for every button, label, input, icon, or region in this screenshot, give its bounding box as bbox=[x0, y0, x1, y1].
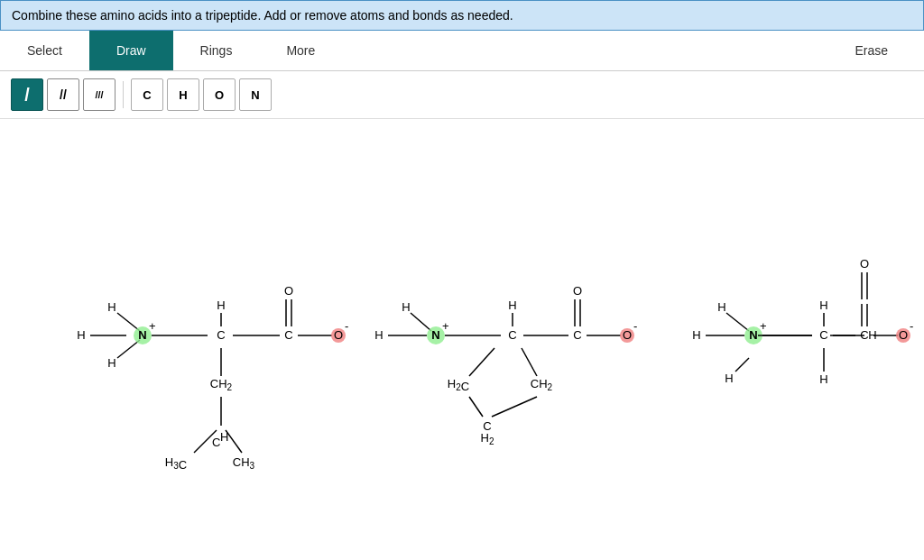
svg-text:H: H bbox=[508, 298, 516, 312]
svg-line-0 bbox=[117, 313, 140, 331]
svg-text:O: O bbox=[860, 257, 869, 271]
svg-text:N: N bbox=[749, 328, 757, 342]
rings-button[interactable]: Rings bbox=[173, 31, 260, 70]
atom-h-button[interactable]: H bbox=[167, 78, 199, 111]
svg-text:H: H bbox=[217, 298, 225, 312]
svg-text:H: H bbox=[107, 356, 116, 370]
svg-line-55 bbox=[469, 397, 483, 417]
instruction-bar: Combine these amino acids into a tripept… bbox=[0, 0, 924, 31]
svg-text:C: C bbox=[508, 328, 516, 342]
svg-text:C: C bbox=[573, 328, 581, 342]
canvas-area[interactable]: H H H N + H C C O O - CH2 bbox=[0, 119, 924, 552]
svg-text:H: H bbox=[77, 328, 85, 342]
svg-text:C: C bbox=[819, 328, 827, 342]
atom-c-button[interactable]: C bbox=[131, 78, 163, 111]
toolbar: Select Draw Rings More Erase bbox=[0, 31, 924, 71]
atom-o-button[interactable]: O bbox=[203, 78, 236, 111]
svg-line-4 bbox=[117, 340, 140, 358]
select-button[interactable]: Select bbox=[0, 31, 89, 70]
svg-text:-: - bbox=[345, 319, 348, 333]
svg-text:H3C: H3C bbox=[165, 455, 187, 472]
svg-text:CH3: CH3 bbox=[233, 455, 255, 471]
svg-text:C: C bbox=[860, 328, 868, 342]
atom-n-button[interactable]: N bbox=[239, 78, 272, 111]
single-bond-button[interactable]: / bbox=[11, 78, 43, 111]
single-bond-icon: / bbox=[24, 85, 30, 106]
molecule-canvas[interactable]: H H H N + H C C O O - CH2 bbox=[0, 119, 924, 552]
draw-button[interactable]: Draw bbox=[89, 31, 173, 70]
double-bond-button[interactable]: // bbox=[47, 78, 79, 111]
svg-text:N: N bbox=[138, 328, 146, 342]
svg-line-59 bbox=[726, 313, 749, 331]
svg-text:H: H bbox=[107, 300, 116, 314]
triple-bond-button[interactable]: /// bbox=[83, 78, 116, 111]
svg-text:+: + bbox=[149, 319, 156, 333]
svg-text:O: O bbox=[284, 284, 293, 298]
svg-text:H: H bbox=[819, 372, 827, 386]
erase-button[interactable]: Erase bbox=[827, 31, 924, 70]
svg-text:+: + bbox=[760, 319, 767, 333]
svg-text:H: H bbox=[725, 372, 733, 385]
svg-text:O: O bbox=[334, 328, 343, 342]
svg-text:CH2: CH2 bbox=[210, 377, 233, 392]
svg-text:H: H bbox=[220, 430, 228, 444]
triple-bond-icon: /// bbox=[95, 89, 103, 100]
svg-text:H: H bbox=[819, 298, 827, 312]
svg-text:C: C bbox=[217, 328, 225, 342]
svg-text:H: H bbox=[717, 300, 725, 314]
svg-text:-: - bbox=[633, 319, 637, 333]
svg-text:C: C bbox=[284, 328, 292, 342]
svg-text:H2: H2 bbox=[481, 431, 494, 446]
svg-text:C: C bbox=[212, 436, 220, 449]
divider bbox=[123, 81, 124, 108]
svg-line-53 bbox=[522, 348, 537, 376]
svg-text:H2C: H2C bbox=[448, 377, 469, 393]
svg-line-31 bbox=[411, 313, 431, 331]
svg-text:H: H bbox=[374, 328, 383, 342]
svg-line-51 bbox=[469, 348, 494, 376]
svg-text:+: + bbox=[442, 319, 449, 333]
more-button[interactable]: More bbox=[259, 31, 342, 70]
svg-line-56 bbox=[492, 397, 537, 417]
svg-text:O: O bbox=[573, 284, 582, 298]
svg-text:O: O bbox=[899, 328, 908, 342]
svg-text:CH2: CH2 bbox=[531, 377, 553, 392]
draw-tools-bar: / // /// C H O N bbox=[0, 71, 924, 119]
svg-line-66 bbox=[735, 358, 749, 372]
svg-text:O: O bbox=[623, 328, 632, 342]
double-bond-icon: // bbox=[60, 87, 67, 102]
svg-text:N: N bbox=[431, 328, 439, 342]
svg-text:H: H bbox=[692, 328, 700, 342]
svg-text:-: - bbox=[910, 319, 913, 333]
svg-text:H: H bbox=[402, 300, 410, 314]
